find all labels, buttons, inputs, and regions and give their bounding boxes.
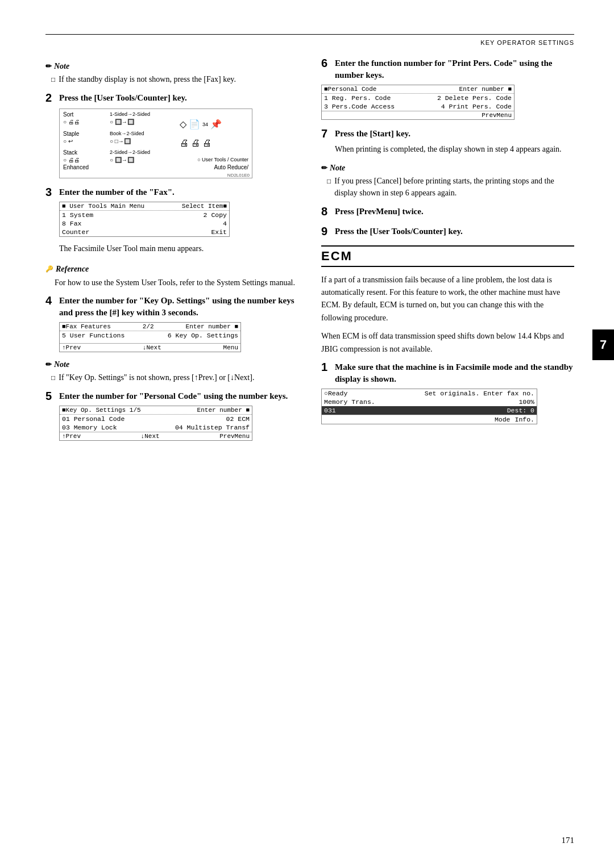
note-title-2: Note	[45, 360, 298, 369]
screen5-r2c2: 04 Multistep Transf	[175, 424, 250, 431]
screen3-r1c2: 2 Copy	[204, 211, 227, 219]
screen5-row1: 01 Personal Code 02 ECM	[60, 415, 252, 423]
screen4-title-mid: 2/2	[143, 323, 154, 330]
step-8-num: 8	[321, 206, 333, 217]
panel-icons-mid: 🖨 🖨 🖨	[180, 138, 248, 148]
screen4-footer: ↑Prev ↓Next Menu	[60, 343, 240, 352]
screen3-r1c1: 1 System	[62, 211, 93, 219]
panel-empty2	[180, 131, 248, 137]
right-column: 6 Enter the function number for "Print P…	[321, 57, 574, 449]
ref-body: For how to use the System User Tools, re…	[45, 277, 298, 289]
panel-autored: Auto Reduce/	[214, 164, 248, 170]
panel-staple: ○ 🖨🖨	[63, 119, 109, 130]
ecm-body2: When ECM is off data transmission speed …	[321, 330, 574, 356]
screen5-menu: PrevMenu	[219, 433, 250, 440]
main-content: Note If the standby display is not shown…	[45, 57, 574, 449]
ecm-step-1: 1 Make sure that the machine is in Facsi…	[321, 361, 574, 424]
ready-footer-info: Info.	[515, 416, 534, 423]
screen4-prev: ↑Prev	[62, 344, 81, 351]
ready-r2c1: Memory Trans.	[324, 398, 375, 406]
screen6-title: ■Personal Code Enter number ■	[322, 85, 514, 94]
step-4-num: 4	[45, 295, 57, 306]
step-8-label: Press [PrevMenu] twice.	[335, 206, 424, 218]
step-5-num: 5	[45, 390, 57, 402]
step-7-label: Press the [Start] key.	[335, 128, 410, 140]
screen6-row1: 1 Reg. Pers. Code 2 Delete Pers. Code	[322, 94, 514, 102]
ready-r3-inner: 031 Dest: 0	[324, 407, 534, 414]
ready-row3: 031 Dest: 0	[322, 406, 537, 415]
reference-block: Reference For how to use the System User…	[45, 263, 298, 289]
step-2: 2 Press the [User Tools/Counter] key. So…	[45, 92, 298, 178]
ready-r1c2: Set originals. Enter fax no.	[425, 390, 534, 397]
step-6-header: 6 Enter the function number for "Print P…	[321, 57, 574, 81]
screen4-title: ■Fax Features 2/2 Enter number ■	[60, 323, 240, 331]
screen5-footer: ↑Prev ↓Next PrevMenu	[60, 432, 252, 440]
note-item-1: If the standby display is not shown, pre…	[45, 73, 298, 85]
step-2-label: Press the [User Tools/Counter] key.	[59, 92, 187, 104]
screen-step4: ■Fax Features 2/2 Enter number ■ 5 User …	[59, 322, 241, 352]
step-4-header: 4 Enter the number for "Key Op. Settings…	[45, 295, 298, 319]
screen4-r1c2: 6 Key Op. Settings	[168, 332, 238, 339]
step-3-body: The Facsimile User Tool main menu appear…	[45, 243, 298, 255]
panel-empty1	[180, 111, 248, 118]
screen5-r1c2: 02 ECM	[226, 415, 250, 423]
panel-book: Book→2-Sided	[110, 131, 179, 137]
step-9-header: 9 Press the [User Tools/Counter] key.	[321, 226, 574, 237]
step-2-header: 2 Press the [User Tools/Counter] key.	[45, 92, 298, 104]
icon-copy3: 🖨	[202, 138, 211, 148]
note-item-3: If you press [Cancel] before printing st…	[321, 175, 574, 199]
screen4-r1c1: 5 User Functions	[62, 332, 125, 339]
screen3-r3c1: Counter	[62, 228, 89, 236]
icon-diamond: ◇	[180, 119, 186, 130]
panel-box-arr: ○ □→🔲	[110, 138, 179, 148]
screen3-title-left: ■ User Tools Main Menu	[62, 203, 144, 210]
screen4-title-left: ■Fax Features	[62, 323, 111, 330]
panel-sort: Sort	[63, 111, 109, 118]
panel-stack: ○ ↩	[63, 138, 109, 148]
page-number: 171	[562, 836, 575, 845]
ready-footer: Mode Info.	[322, 415, 537, 424]
ready-screen: ○Ready Set originals. Enter fax no. Memo…	[321, 389, 537, 424]
screen3-title-right: Select Item■	[182, 203, 227, 210]
screen3-row1: 1 System 2 Copy	[60, 211, 229, 219]
ecm-title: ECM	[321, 249, 352, 263]
screen-step5: ■Key Op. Settings 1/5 Enter number ■ 01 …	[59, 406, 252, 441]
page-header: KEY OPERATOR SETTINGS	[45, 39, 574, 46]
screen3-r3c2: Exit	[211, 228, 227, 236]
ready-r2c2: 100%	[518, 398, 534, 406]
ecm-step-1-num: 1	[321, 361, 333, 373]
step-3: 3 Enter the number of the "Fax". ■ User …	[45, 186, 298, 255]
screen-step3: ■ User Tools Main Menu Select Item■ 1 Sy…	[59, 202, 230, 237]
screen3-row3: Counter Exit	[60, 228, 229, 236]
icon-copy1: 🖨	[180, 138, 189, 148]
panel-stack-lbl: Stack	[63, 149, 109, 156]
ecm-body1: If a part of a transmission fails becaus…	[321, 274, 574, 325]
note-title-3: Note	[321, 164, 574, 173]
screen5-prev: ↑Prev	[62, 433, 81, 440]
screen6-r1c1: 1 Reg. Pers. Code	[324, 94, 391, 102]
screen5-title-right: Enter number ■	[197, 407, 250, 414]
left-column: Note If the standby display is not shown…	[45, 57, 298, 449]
note-block-1: Note If the standby display is not shown…	[45, 62, 298, 85]
note-item-2: If "Key Op. Settings" is not shown, pres…	[45, 372, 298, 383]
ready-r3c1: 031	[324, 407, 336, 414]
screen6-r2c2: 4 Print Pers. Code	[441, 103, 512, 110]
step-8: 8 Press [PrevMenu] twice.	[321, 206, 574, 218]
step-7: 7 Press the [Start] key. When printing i…	[321, 128, 574, 156]
ready-r3c2: Dest: 0	[507, 407, 534, 414]
step-2-num: 2	[45, 92, 57, 103]
step-6-num: 6	[321, 57, 333, 69]
screen5-row2: 03 Memory Lock 04 Multistep Transf	[60, 423, 252, 432]
panel-empty3	[180, 149, 248, 156]
panel-empty4: ○ 🖨🖨	[63, 157, 109, 163]
panel-arr2: ○ 🔲→🔲	[110, 157, 179, 163]
screen5-next: ↓Next	[141, 433, 160, 440]
step-6: 6 Enter the function number for "Print P…	[321, 57, 574, 120]
step-8-header: 8 Press [PrevMenu] twice.	[321, 206, 574, 218]
step-9-num: 9	[321, 226, 333, 237]
screen3-row2: 8 Fax 4	[60, 219, 229, 228]
ready-row2: Memory Trans. 100%	[322, 398, 537, 406]
step-9: 9 Press the [User Tools/Counter] key.	[321, 226, 574, 237]
section-tab: 7	[592, 329, 614, 360]
screen6-row2: 3 Pers.Code Access 4 Print Pers. Code	[322, 102, 514, 111]
